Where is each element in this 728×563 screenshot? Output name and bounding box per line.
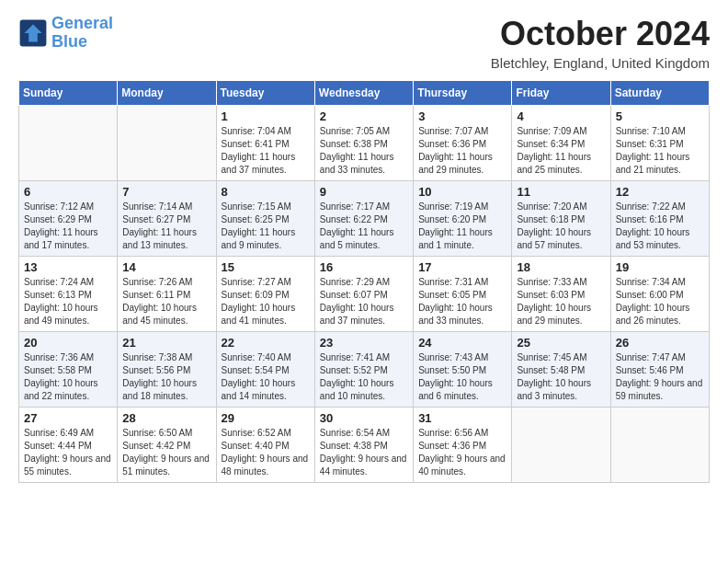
day-info: Sunrise: 7:33 AM Sunset: 6:03 PM Dayligh… <box>517 276 605 327</box>
calendar-cell <box>19 106 118 181</box>
day-number: 28 <box>122 411 210 425</box>
calendar-table: Sunday Monday Tuesday Wednesday Thursday… <box>18 80 710 483</box>
calendar-cell: 2Sunrise: 7:05 AM Sunset: 6:38 PM Daylig… <box>314 106 413 181</box>
day-number: 10 <box>418 185 506 199</box>
day-number: 8 <box>222 185 310 199</box>
day-info: Sunrise: 7:45 AM Sunset: 5:48 PM Dayligh… <box>517 351 605 403</box>
day-info: Sunrise: 6:52 AM Sunset: 4:40 PM Dayligh… <box>222 427 310 478</box>
calendar-week-row: 20Sunrise: 7:36 AM Sunset: 5:58 PM Dayli… <box>19 332 710 408</box>
calendar-cell: 1Sunrise: 7:04 AM Sunset: 6:41 PM Daylig… <box>216 106 314 181</box>
calendar-cell: 24Sunrise: 7:43 AM Sunset: 5:50 PM Dayli… <box>414 332 512 408</box>
day-info: Sunrise: 6:54 AM Sunset: 4:38 PM Dayligh… <box>320 427 408 478</box>
day-number: 9 <box>320 185 408 199</box>
logo-text: GeneralBlue <box>51 15 113 52</box>
day-number: 6 <box>24 185 112 199</box>
day-info: Sunrise: 7:12 AM Sunset: 6:29 PM Dayligh… <box>24 201 112 252</box>
day-number: 21 <box>122 336 210 350</box>
day-number: 17 <box>418 260 506 274</box>
calendar-cell: 19Sunrise: 7:34 AM Sunset: 6:00 PM Dayli… <box>610 257 709 332</box>
day-number: 15 <box>222 260 310 274</box>
day-info: Sunrise: 6:49 AM Sunset: 4:44 PM Dayligh… <box>24 427 112 478</box>
calendar-cell: 27Sunrise: 6:49 AM Sunset: 4:44 PM Dayli… <box>19 408 118 483</box>
day-info: Sunrise: 7:22 AM Sunset: 6:16 PM Dayligh… <box>616 201 704 252</box>
calendar-cell: 12Sunrise: 7:22 AM Sunset: 6:16 PM Dayli… <box>610 181 709 257</box>
day-info: Sunrise: 7:27 AM Sunset: 6:09 PM Dayligh… <box>222 276 310 327</box>
day-info: Sunrise: 7:10 AM Sunset: 6:31 PM Dayligh… <box>616 125 704 177</box>
calendar-cell: 22Sunrise: 7:40 AM Sunset: 5:54 PM Dayli… <box>216 332 314 408</box>
day-info: Sunrise: 7:26 AM Sunset: 6:11 PM Dayligh… <box>122 276 210 327</box>
col-wednesday: Wednesday <box>314 81 413 106</box>
calendar-cell: 14Sunrise: 7:26 AM Sunset: 6:11 PM Dayli… <box>118 257 216 332</box>
day-info: Sunrise: 7:36 AM Sunset: 5:58 PM Dayligh… <box>24 351 112 403</box>
day-info: Sunrise: 6:50 AM Sunset: 4:42 PM Dayligh… <box>122 427 210 478</box>
col-sunday: Sunday <box>19 81 118 106</box>
day-info: Sunrise: 7:40 AM Sunset: 5:54 PM Dayligh… <box>222 351 310 403</box>
calendar-cell: 25Sunrise: 7:45 AM Sunset: 5:48 PM Dayli… <box>512 332 610 408</box>
day-number: 30 <box>320 411 408 425</box>
day-info: Sunrise: 7:43 AM Sunset: 5:50 PM Dayligh… <box>418 351 506 403</box>
calendar-cell: 31Sunrise: 6:56 AM Sunset: 4:36 PM Dayli… <box>414 408 512 483</box>
day-info: Sunrise: 7:34 AM Sunset: 6:00 PM Dayligh… <box>616 276 704 327</box>
calendar-week-row: 1Sunrise: 7:04 AM Sunset: 6:41 PM Daylig… <box>19 106 710 181</box>
day-number: 19 <box>616 260 704 274</box>
calendar-cell: 16Sunrise: 7:29 AM Sunset: 6:07 PM Dayli… <box>314 257 413 332</box>
day-info: Sunrise: 7:07 AM Sunset: 6:36 PM Dayligh… <box>418 125 506 177</box>
calendar-cell <box>512 408 610 483</box>
day-number: 20 <box>24 336 112 350</box>
calendar-cell: 17Sunrise: 7:31 AM Sunset: 6:05 PM Dayli… <box>414 257 512 332</box>
day-info: Sunrise: 7:47 AM Sunset: 5:46 PM Dayligh… <box>616 351 704 403</box>
day-number: 26 <box>616 336 704 350</box>
logo: GeneralBlue <box>18 15 113 52</box>
day-info: Sunrise: 7:17 AM Sunset: 6:22 PM Dayligh… <box>320 201 408 252</box>
calendar-week-row: 27Sunrise: 6:49 AM Sunset: 4:44 PM Dayli… <box>19 408 710 483</box>
calendar-cell: 9Sunrise: 7:17 AM Sunset: 6:22 PM Daylig… <box>314 181 413 257</box>
calendar-cell: 10Sunrise: 7:19 AM Sunset: 6:20 PM Dayli… <box>414 181 512 257</box>
calendar-cell: 23Sunrise: 7:41 AM Sunset: 5:52 PM Dayli… <box>314 332 413 408</box>
day-number: 3 <box>418 109 506 123</box>
col-tuesday: Tuesday <box>216 81 314 106</box>
day-info: Sunrise: 7:05 AM Sunset: 6:38 PM Dayligh… <box>320 125 408 177</box>
page: GeneralBlue October 2024 Bletchley, Engl… <box>0 0 728 563</box>
calendar-cell: 6Sunrise: 7:12 AM Sunset: 6:29 PM Daylig… <box>19 181 118 257</box>
day-info: Sunrise: 7:20 AM Sunset: 6:18 PM Dayligh… <box>517 201 605 252</box>
calendar-cell: 15Sunrise: 7:27 AM Sunset: 6:09 PM Dayli… <box>216 257 314 332</box>
day-number: 13 <box>24 260 112 274</box>
day-number: 25 <box>517 336 605 350</box>
location: Bletchley, England, United Kingdom <box>491 55 710 71</box>
calendar-cell: 8Sunrise: 7:15 AM Sunset: 6:25 PM Daylig… <box>216 181 314 257</box>
day-number: 2 <box>320 109 408 123</box>
calendar-cell: 26Sunrise: 7:47 AM Sunset: 5:46 PM Dayli… <box>610 332 709 408</box>
calendar-cell <box>118 106 216 181</box>
title-block: October 2024 Bletchley, England, United … <box>491 15 710 71</box>
day-number: 24 <box>418 336 506 350</box>
calendar-week-row: 13Sunrise: 7:24 AM Sunset: 6:13 PM Dayli… <box>19 257 710 332</box>
day-number: 23 <box>320 336 408 350</box>
col-monday: Monday <box>118 81 216 106</box>
calendar-cell: 29Sunrise: 6:52 AM Sunset: 4:40 PM Dayli… <box>216 408 314 483</box>
day-number: 1 <box>222 109 310 123</box>
calendar-cell: 5Sunrise: 7:10 AM Sunset: 6:31 PM Daylig… <box>610 106 709 181</box>
day-number: 29 <box>222 411 310 425</box>
day-number: 31 <box>418 411 506 425</box>
day-info: Sunrise: 7:38 AM Sunset: 5:56 PM Dayligh… <box>122 351 210 403</box>
day-info: Sunrise: 7:09 AM Sunset: 6:34 PM Dayligh… <box>517 125 605 177</box>
calendar-cell: 20Sunrise: 7:36 AM Sunset: 5:58 PM Dayli… <box>19 332 118 408</box>
calendar-cell: 11Sunrise: 7:20 AM Sunset: 6:18 PM Dayli… <box>512 181 610 257</box>
day-info: Sunrise: 7:41 AM Sunset: 5:52 PM Dayligh… <box>320 351 408 403</box>
calendar-cell <box>610 408 709 483</box>
day-number: 27 <box>24 411 112 425</box>
day-number: 12 <box>616 185 704 199</box>
day-number: 22 <box>222 336 310 350</box>
calendar-cell: 7Sunrise: 7:14 AM Sunset: 6:27 PM Daylig… <box>118 181 216 257</box>
col-thursday: Thursday <box>414 81 512 106</box>
day-number: 16 <box>320 260 408 274</box>
calendar-cell: 4Sunrise: 7:09 AM Sunset: 6:34 PM Daylig… <box>512 106 610 181</box>
day-info: Sunrise: 6:56 AM Sunset: 4:36 PM Dayligh… <box>418 427 506 478</box>
day-info: Sunrise: 7:29 AM Sunset: 6:07 PM Dayligh… <box>320 276 408 327</box>
calendar-cell: 13Sunrise: 7:24 AM Sunset: 6:13 PM Dayli… <box>19 257 118 332</box>
calendar-cell: 3Sunrise: 7:07 AM Sunset: 6:36 PM Daylig… <box>414 106 512 181</box>
header-row: Sunday Monday Tuesday Wednesday Thursday… <box>19 81 710 106</box>
day-number: 7 <box>122 185 210 199</box>
calendar-week-row: 6Sunrise: 7:12 AM Sunset: 6:29 PM Daylig… <box>19 181 710 257</box>
day-number: 18 <box>517 260 605 274</box>
